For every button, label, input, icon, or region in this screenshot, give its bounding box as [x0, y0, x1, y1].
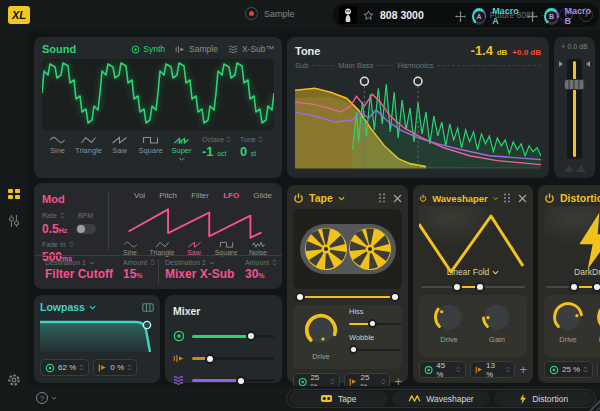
osc-wave-triangle[interactable]: Triangle: [73, 136, 104, 155]
destination-2-control[interactable]: Destination 2 Mixer X-Sub: [165, 259, 234, 281]
stepper-icon[interactable]: [69, 241, 74, 248]
sublab-xl-window: XL Sample 808 3000 Future 808s ··· ‹ › A: [0, 0, 600, 411]
lfo-wave-saw[interactable]: Saw: [178, 241, 210, 256]
tab-glide[interactable]: Glide: [253, 191, 272, 200]
power-toggle[interactable]: [293, 193, 304, 204]
waveshaper-macro-chip[interactable]: 45 %: [419, 361, 466, 378]
macro-a-knob[interactable]: A: [472, 8, 486, 25]
fade-in-label: Fade In: [42, 241, 66, 248]
add-modulation-button[interactable]: +: [519, 363, 527, 376]
hiss-slider[interactable]: [349, 319, 401, 328]
flag-icon: [475, 365, 483, 375]
amount-1-control[interactable]: Amount 15%: [123, 259, 155, 281]
keytrack-icon[interactable]: [142, 303, 154, 312]
rate-value[interactable]: 0.5Hz: [42, 222, 67, 236]
slider-handle[interactable]: [236, 376, 246, 386]
lfo-wave-noise[interactable]: Noise: [242, 241, 274, 256]
macro-b-knob[interactable]: B: [544, 8, 558, 25]
bpm-sync-toggle[interactable]: [76, 224, 96, 234]
slider-handle[interactable]: [246, 331, 256, 341]
slider-handle[interactable]: [205, 354, 215, 364]
waveshaper-title[interactable]: Waveshaper: [432, 193, 488, 204]
mixer-view-icon[interactable]: [7, 214, 21, 228]
tape-drive-knob[interactable]: Drive: [299, 308, 343, 361]
macro-b-assign-icon[interactable]: [527, 11, 538, 22]
xsub-level-slider[interactable]: [192, 379, 274, 382]
wobble-slider[interactable]: [349, 345, 401, 354]
cutoff-velocity-chip[interactable]: 0 %: [93, 359, 137, 376]
stepper-icon[interactable]: [60, 212, 65, 219]
xl-logo[interactable]: XL: [8, 6, 30, 24]
distortion-title[interactable]: Distortion: [560, 192, 600, 204]
distortion-drive-knob[interactable]: Drive: [550, 299, 586, 344]
synth-view-icon[interactable]: [7, 188, 21, 202]
slider-handle[interactable]: [349, 345, 358, 354]
destination-1-control[interactable]: Destination 1 Filter Cutoff: [45, 259, 113, 281]
fx-tab-distortion[interactable]: Distortion: [494, 391, 593, 406]
octave-control[interactable]: Octave -1 oct: [202, 136, 236, 159]
output-fader-track[interactable]: [567, 59, 582, 159]
band-split-handle-1[interactable]: [360, 77, 368, 85]
tone-trim-value[interactable]: +0.0 dB: [512, 48, 541, 57]
range-handle-right[interactable]: [475, 282, 485, 292]
drag-handle-icon[interactable]: [503, 193, 511, 203]
tab-filter[interactable]: Filter: [191, 191, 209, 200]
tone-gain-value[interactable]: -1.4 dB: [471, 43, 508, 58]
tab-synth[interactable]: Synth: [131, 44, 165, 54]
tape-title[interactable]: Tape: [309, 192, 333, 204]
distortion-range-slider[interactable]: [546, 282, 600, 292]
power-toggle[interactable]: [544, 193, 555, 204]
osc-wave-square[interactable]: Square: [135, 136, 166, 155]
band-split-handle-2[interactable]: [414, 77, 422, 85]
tab-lfo[interactable]: LFO: [223, 191, 239, 200]
distortion-fatness-knob[interactable]: Fatness: [594, 299, 600, 344]
synth-level-slider[interactable]: [192, 335, 274, 338]
close-icon[interactable]: [393, 194, 402, 203]
settings-gear-icon[interactable]: [7, 373, 21, 387]
lfo-wave-square[interactable]: Square: [210, 241, 242, 256]
tab-vol[interactable]: Vol: [134, 191, 145, 200]
oscillator-waveform-display[interactable]: [42, 59, 274, 131]
tune-control[interactable]: Tune 0 st: [240, 136, 274, 159]
output-fader-handle[interactable]: [564, 79, 585, 90]
waveshaper-velocity-chip[interactable]: 13 %: [470, 361, 516, 378]
range-handle-left[interactable]: [569, 282, 579, 292]
osc-wave-saw[interactable]: Saw: [104, 136, 135, 155]
tape-range-slider[interactable]: [295, 292, 400, 302]
tone-spectrum-display[interactable]: [295, 72, 541, 169]
stepper-icon: [506, 366, 511, 373]
waveshaper-drive-knob[interactable]: Drive: [431, 299, 467, 344]
osc-wave-super[interactable]: Super: [166, 136, 197, 161]
tab-sample[interactable]: Sample: [175, 44, 218, 54]
help-button[interactable]: ?: [36, 392, 57, 404]
tab-xsub[interactable]: X-Sub™: [228, 44, 274, 54]
lfo-wave-triangle[interactable]: Triangle: [146, 241, 178, 256]
distortion-macro-chip[interactable]: 25 %: [544, 361, 593, 378]
cutoff-macro-chip[interactable]: 62 %: [40, 359, 89, 376]
sample-level-slider[interactable]: [192, 357, 274, 360]
lfo-waveform-display[interactable]: [112, 203, 278, 241]
range-handle-right[interactable]: [592, 282, 600, 292]
distortion-display: [544, 206, 600, 265]
amount-2-control[interactable]: Amount 30%: [245, 259, 277, 281]
drag-handle-icon[interactable]: [378, 193, 386, 203]
slider-handle[interactable]: [368, 319, 377, 328]
filter-curve-display[interactable]: [40, 316, 154, 354]
close-icon[interactable]: [518, 194, 527, 203]
macro-a-assign-icon[interactable]: [455, 11, 466, 22]
range-handle-left[interactable]: [452, 282, 462, 292]
tab-pitch[interactable]: Pitch: [159, 191, 177, 200]
osc-wave-sine[interactable]: Sine: [42, 136, 73, 155]
power-toggle[interactable]: [419, 193, 427, 204]
range-handle-right[interactable]: [390, 292, 400, 302]
lfo-wave-sine[interactable]: Sine: [114, 241, 146, 256]
range-handle-left[interactable]: [295, 292, 305, 302]
favorite-star-icon[interactable]: [363, 10, 374, 21]
waveshaper-gain-knob[interactable]: Gain: [479, 299, 515, 344]
waveshaper-range-slider[interactable]: [421, 282, 525, 292]
cutoff-handle[interactable]: [143, 321, 150, 328]
fx-tab-waveshaper[interactable]: Waveshaper: [392, 391, 491, 406]
filter-type-selector[interactable]: Lowpass: [40, 301, 85, 313]
fx-tab-tape[interactable]: Tape: [289, 391, 388, 406]
sample-record-button[interactable]: Sample: [245, 7, 295, 20]
